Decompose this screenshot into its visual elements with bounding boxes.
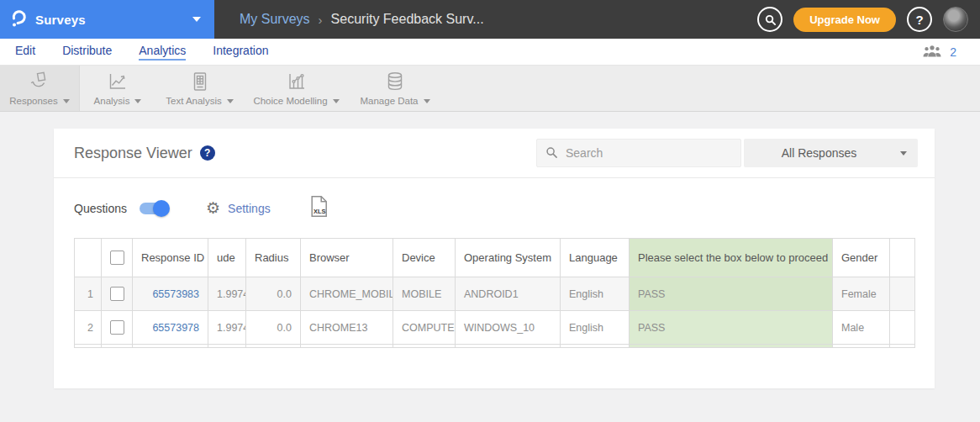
- chevron-down-icon: [333, 99, 340, 103]
- toolbar-item-text-analysis[interactable]: Text Analysis: [155, 66, 244, 111]
- response-id-link[interactable]: 65573978: [141, 322, 199, 334]
- cell-os: ANDROID1: [456, 277, 561, 311]
- xls-label: XLS: [313, 208, 326, 215]
- search-icon[interactable]: [757, 7, 782, 32]
- column-header-os: Operating System: [456, 239, 561, 277]
- top-bar: Surveys My Surveys › Security Feedback S…: [0, 0, 980, 39]
- cell-question: PASS: [630, 311, 833, 345]
- breadcrumb-my-surveys[interactable]: My Surveys: [240, 12, 310, 27]
- text-analysis-icon: [189, 71, 211, 92]
- questions-label: Questions: [74, 202, 127, 215]
- cell-gender: Female: [833, 277, 890, 311]
- table-bottom-edge: [75, 345, 915, 348]
- brand-logo-icon: [10, 8, 27, 31]
- table-header-row: Response ID ude Radius Browser Device Op…: [75, 239, 915, 277]
- toolbar-item-choice-modelling[interactable]: Choice Modelling: [244, 66, 349, 111]
- response-id-link[interactable]: 65573983: [141, 288, 199, 300]
- toolbar-label: Analysis: [94, 96, 130, 106]
- column-label: Response ID: [141, 251, 204, 264]
- cell-question: PASS: [630, 277, 833, 311]
- responses-filter-dropdown[interactable]: All Responses: [744, 139, 918, 167]
- analytics-toolbar: Responses Analysis Text Analysis: [0, 66, 980, 112]
- search-input[interactable]: [536, 139, 741, 167]
- settings-label: Settings: [228, 202, 271, 215]
- cell-radius: 0.0: [246, 277, 301, 311]
- column-header-question: Please select the box below to proceed: [630, 239, 833, 277]
- responses-icon: [29, 71, 50, 92]
- table-row: 1 65573983 1.9974 0.0 CHROME_MOBILE MOBI…: [75, 277, 915, 311]
- people-icon: [922, 44, 942, 61]
- brand-label: Surveys: [35, 13, 86, 27]
- cell-browser: CHROME_MOBILE: [301, 277, 393, 311]
- collaborators-count: 2: [950, 45, 956, 59]
- column-header-spare: [890, 239, 915, 277]
- toolbar-item-analysis[interactable]: Analysis: [80, 66, 155, 111]
- settings-button[interactable]: ⚙ Settings: [206, 200, 271, 216]
- response-viewer-card: Response Viewer ? All Responses Question…: [54, 129, 935, 388]
- cell-longitude: 1.9974: [208, 277, 246, 311]
- breadcrumb-separator: ›: [319, 13, 323, 27]
- cell-response-id: 65573983: [133, 277, 208, 311]
- table-controls: Questions ⚙ Settings XLS: [54, 178, 935, 238]
- cell-rownum: 2: [75, 311, 102, 345]
- choice-modelling-icon: [286, 71, 308, 92]
- cell-select: [102, 277, 133, 311]
- section-tabs: Edit Distribute Analytics Integration 2: [0, 39, 980, 66]
- collaborators-indicator[interactable]: 2: [922, 44, 980, 61]
- select-all-checkbox[interactable]: [110, 251, 124, 265]
- toolbar-label: Responses: [9, 96, 58, 106]
- help-badge-icon[interactable]: ?: [200, 145, 215, 161]
- cell-os: WINDOWS_10: [456, 311, 561, 345]
- tab-distribute[interactable]: Distribute: [62, 44, 112, 61]
- cell-response-id: 65573978: [133, 311, 208, 345]
- card-header: Response Viewer ? All Responses: [54, 129, 935, 178]
- toolbar-label: Text Analysis: [166, 96, 221, 106]
- upgrade-now-button[interactable]: Upgrade Now: [793, 8, 896, 32]
- topbar-actions: Upgrade Now ?: [757, 7, 980, 32]
- xls-export-button[interactable]: XLS: [309, 195, 329, 221]
- toolbar-label: Choice Modelling: [253, 96, 327, 106]
- chevron-down-icon: [134, 99, 141, 103]
- chevron-down-icon: [63, 99, 70, 103]
- chevron-down-icon: [424, 99, 430, 103]
- cell-spare: [890, 311, 915, 345]
- cell-spare: [890, 277, 915, 311]
- cell-language: English: [561, 277, 630, 311]
- column-header-response-id[interactable]: Response ID: [133, 239, 208, 277]
- column-header-device: Device: [393, 239, 456, 277]
- row-checkbox[interactable]: [110, 287, 124, 301]
- row-checkbox[interactable]: [110, 320, 124, 335]
- questions-toggle[interactable]: [140, 203, 169, 214]
- toolbar-item-responses[interactable]: Responses: [0, 66, 80, 111]
- avatar[interactable]: [943, 7, 968, 32]
- tab-analytics[interactable]: Analytics: [139, 44, 186, 61]
- cell-device: MOBILE: [393, 277, 456, 311]
- cell-longitude: 1.9974: [208, 311, 246, 345]
- cell-language: English: [561, 311, 630, 345]
- column-header-language: Language: [561, 239, 630, 277]
- cell-radius: 0.0: [246, 311, 301, 345]
- settings-gear-icon: ⚙: [206, 200, 220, 216]
- table-row: 2 65573978 1.9974 0.0 CHROME13 COMPUTER …: [75, 311, 915, 345]
- search-box: [536, 139, 741, 167]
- product-switcher[interactable]: Surveys: [0, 0, 214, 39]
- breadcrumb-current-survey: Security Feedback Surv...: [331, 12, 484, 27]
- column-header-radius: Radius: [246, 239, 301, 277]
- cell-browser: CHROME13: [301, 311, 393, 345]
- breadcrumb: My Surveys › Security Feedback Surv...: [240, 12, 484, 27]
- tab-edit[interactable]: Edit: [15, 44, 35, 61]
- cell-select: [102, 311, 133, 345]
- help-icon[interactable]: ?: [907, 7, 932, 32]
- toolbar-item-manage-data[interactable]: Manage Data: [349, 66, 441, 111]
- responses-table: Response ID ude Radius Browser Device Op…: [74, 238, 914, 348]
- tab-integration[interactable]: Integration: [213, 44, 268, 61]
- chevron-down-icon: [900, 151, 907, 156]
- column-header-longitude: ude: [208, 239, 246, 277]
- toolbar-label: Manage Data: [360, 96, 418, 106]
- column-header-gender: Gender: [833, 239, 890, 277]
- column-header-browser: Browser: [301, 239, 393, 277]
- column-header-rownum: [75, 239, 102, 277]
- cell-device: COMPUTER: [393, 311, 456, 345]
- search-input-icon: [545, 146, 558, 162]
- cell-gender: Male: [833, 311, 890, 345]
